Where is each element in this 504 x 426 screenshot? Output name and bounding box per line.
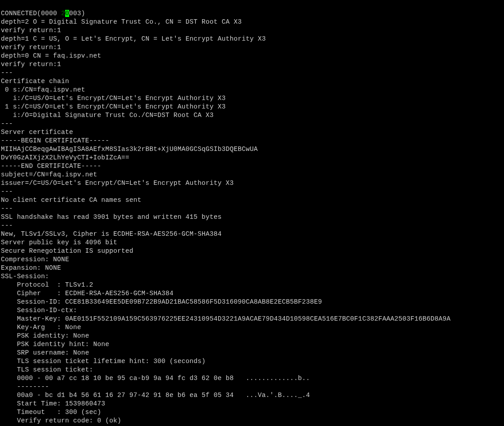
output-line: Master-Key: 0AE0151F552109A159C563976225… [1, 315, 504, 323]
output-line: i:/C=US/O=Let's Encrypt/CN=Let's Encrypt… [1, 94, 504, 103]
output-line: 0 s:/CN=faq.ispv.net [1, 86, 504, 94]
output-line: DvY0GzAIXjzX2LhYeVyCTI+IobIZcA== [1, 154, 504, 162]
output-line: SSL-Session: [1, 272, 504, 281]
output-line: --- [1, 221, 504, 230]
output-line: MIIHAjCCBeqgAwIBAgISA8AEfxM8SIas3k2rBBt+… [1, 145, 504, 154]
output-line: Protocol : TLSv1.2 [1, 281, 504, 289]
output-line: PSK identity hint: None [1, 340, 504, 349]
output-line: 1 s:/C=US/O=Let's Encrypt/CN=Let's Encry… [1, 103, 504, 111]
output-line: Cipher : ECDHE-RSA-AES256-GCM-SHA384 [1, 289, 504, 298]
output-line: --- [1, 188, 504, 196]
output-line: Key-Arg : None [1, 323, 504, 332]
terminal-cursor: 0 [65, 10, 69, 17]
output-line: TLS session ticket lifetime hint: 300 (s… [1, 357, 504, 366]
output-line: -------- [1, 383, 504, 391]
output-line: SSL handshake has read 3901 bytes and wr… [1, 213, 504, 221]
connected-dim: 2 [61, 10, 65, 17]
connected-prefix: CONNECTED(0000 [1, 10, 57, 17]
output-line: subject=/CN=faq.ispv.net [1, 171, 504, 179]
connected-suffix: 003) [69, 10, 85, 17]
output-line: Server public key is 4096 bit [1, 238, 504, 247]
output-line: 00a0 - bc d1 b4 56 61 16 27 97-42 91 8e … [1, 391, 504, 400]
output-line: verify return:1 [1, 60, 504, 69]
output-line: 0000 - 00 a7 cc 18 10 be 95 ca-b9 9a 94 … [1, 374, 504, 383]
output-line: verify return:1 [1, 26, 504, 35]
output-line: depth=2 O = Digital Signature Trust Co.,… [1, 18, 504, 26]
output-line: --- [1, 120, 504, 128]
output-line: Session-ID: CCE81B33649EE5DE09B722B9AD21… [1, 298, 504, 306]
output-line: Verify return code: 0 (ok) [1, 417, 504, 425]
output-line: -----BEGIN CERTIFICATE----- [1, 137, 504, 145]
output-line: Certificate chain [1, 77, 504, 86]
output-line: Session-ID-ctx: [1, 306, 504, 315]
output-line: depth=0 CN = faq.ispv.net [1, 52, 504, 60]
output-line: No client certificate CA names sent [1, 196, 504, 205]
output-line: verify return:1 [1, 43, 504, 52]
output-line: Start Time: 1539860473 [1, 400, 504, 408]
output-line: Server certificate [1, 128, 504, 137]
connected-line: CONNECTED(0000 20003) [1, 9, 504, 18]
connected-space [57, 10, 61, 17]
output-line: --- [1, 69, 504, 77]
output-line: SRP username: None [1, 349, 504, 357]
output-line: depth=1 C = US, O = Let's Encrypt, CN = … [1, 35, 504, 43]
output-line: TLS session ticket: [1, 366, 504, 374]
output-line: --- [1, 205, 504, 213]
output-line: Timeout : 300 (sec) [1, 408, 504, 417]
output-line: issuer=/C=US/O=Let's Encrypt/CN=Let's En… [1, 179, 504, 188]
output-line: i:/O=Digital Signature Trust Co./CN=DST … [1, 111, 504, 120]
output-line: PSK identity: None [1, 332, 504, 340]
output-line: New, TLSv1/SSLv3, Cipher is ECDHE-RSA-AE… [1, 230, 504, 238]
output-line: -----END CERTIFICATE----- [1, 162, 504, 171]
output-line: Compression: NONE [1, 255, 504, 264]
output-line: Secure Renegotiation IS supported [1, 247, 504, 255]
output-line: Expansion: NONE [1, 264, 504, 272]
terminal-output[interactable]: CONNECTED(0000 20003)depth=2 O = Digital… [0, 0, 504, 426]
